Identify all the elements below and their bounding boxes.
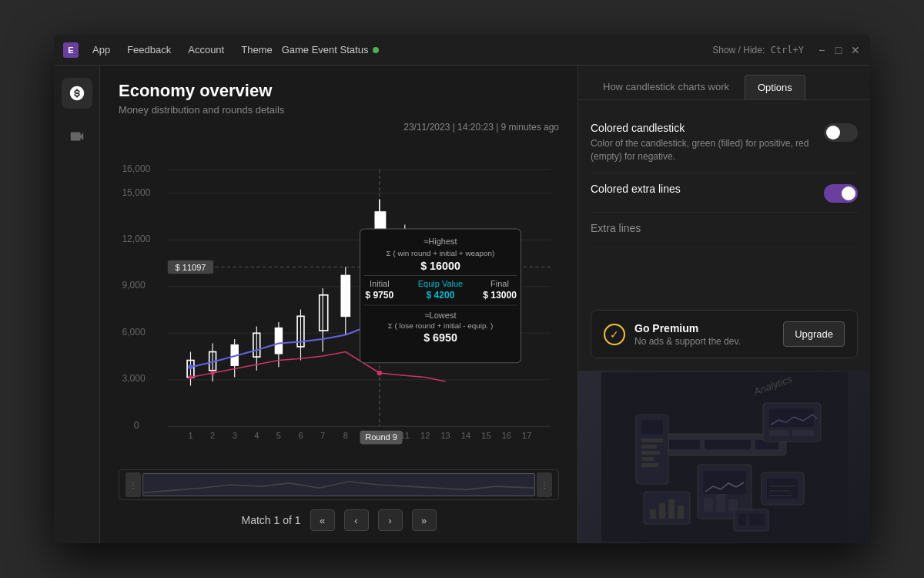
svg-rect-83 <box>705 440 751 449</box>
product-image: Analytics <box>578 371 870 543</box>
main-content: Economy overview Money distribution and … <box>54 66 870 543</box>
tab-how-it-works[interactable]: How candlestick charts work <box>591 75 742 99</box>
svg-rect-93 <box>650 509 656 519</box>
chart-subtitle: Money distribution and rounds details <box>119 104 559 116</box>
title-bar: E App Feedback Account Theme Game Event … <box>54 35 870 66</box>
right-panel: How candlestick charts work Options Colo… <box>578 66 870 543</box>
match-controls: Match 1 of 1 « ‹ › » <box>119 509 559 531</box>
menu-account[interactable]: Account <box>180 41 232 59</box>
svg-text:6,000: 6,000 <box>122 327 146 338</box>
menu-app[interactable]: App <box>85 41 118 59</box>
option-colored-candlestick-text: Colored candlestick Color of the candles… <box>591 122 815 163</box>
premium-icon: ✓ <box>604 324 625 345</box>
svg-text:3: 3 <box>233 431 237 440</box>
option-extra-lines-text: Extra lines <box>591 222 858 237</box>
svg-rect-86 <box>641 420 663 434</box>
show-hide-label: Show / Hide: Ctrl+Y <box>712 45 804 55</box>
svg-rect-94 <box>659 503 665 519</box>
svg-text:6: 6 <box>298 431 303 440</box>
svg-text:15,000: 15,000 <box>122 187 150 198</box>
app-icon: E <box>63 42 79 58</box>
menu-feedback[interactable]: Feedback <box>119 41 179 59</box>
last-match-button[interactable]: » <box>412 509 437 531</box>
menu-theme[interactable]: Theme <box>233 41 280 59</box>
svg-text:Equip Value: Equip Value <box>418 279 464 288</box>
svg-rect-112 <box>738 514 746 526</box>
svg-text:Round 9: Round 9 <box>365 432 397 442</box>
svg-text:Σ ( lose round + initial - equ: Σ ( lose round + initial - equip. ) <box>388 321 494 330</box>
svg-rect-27 <box>276 328 283 354</box>
svg-rect-95 <box>668 499 675 519</box>
svg-text:$ 13000: $ 13000 <box>483 290 517 301</box>
svg-text:13: 13 <box>440 431 450 440</box>
chart-navigator[interactable]: ⋮ ⋮ <box>119 469 559 500</box>
svg-rect-110 <box>792 430 814 436</box>
svg-rect-113 <box>749 514 765 526</box>
svg-rect-33 <box>341 276 350 317</box>
svg-text:16,000: 16,000 <box>122 163 150 174</box>
svg-text:$ 9750: $ 9750 <box>365 290 393 301</box>
svg-rect-100 <box>716 494 725 512</box>
option-extra-lines-title: Extra lines <box>591 222 858 234</box>
svg-text:16: 16 <box>502 431 511 440</box>
svg-rect-109 <box>769 430 788 436</box>
tab-options[interactable]: Options <box>745 75 805 99</box>
svg-text:Σ ( win round + initial + weap: Σ ( win round + initial + weapon) <box>387 249 495 257</box>
svg-rect-91 <box>641 463 658 467</box>
premium-banner: ✓ Go Premium No ads & support the dev. U… <box>591 310 858 358</box>
close-button[interactable]: ✕ <box>850 45 861 55</box>
svg-text:1: 1 <box>188 431 192 440</box>
prev-match-button[interactable]: ‹ <box>344 509 369 531</box>
toggle-colored-candlestick[interactable] <box>824 123 858 142</box>
chart-container[interactable]: 16,000 15,000 12,000 9,000 6,000 3,000 0 <box>119 139 559 463</box>
option-colored-extra-lines-text: Colored extra lines <box>591 183 815 198</box>
first-match-button[interactable]: « <box>310 509 335 531</box>
status-dot <box>373 47 379 53</box>
svg-text:9,000: 9,000 <box>122 280 146 291</box>
svg-rect-31 <box>320 295 328 331</box>
nav-handle-left[interactable]: ⋮ <box>126 472 141 497</box>
maximize-button[interactable]: □ <box>833 45 844 55</box>
svg-rect-88 <box>641 445 657 449</box>
svg-rect-99 <box>704 498 713 512</box>
sidebar-item-video[interactable] <box>62 121 92 152</box>
match-label: Match 1 of 1 <box>241 514 300 526</box>
svg-text:0: 0 <box>134 420 139 431</box>
nav-handle-right[interactable]: ⋮ <box>537 472 552 497</box>
svg-text:15: 15 <box>481 431 490 440</box>
svg-text:Final: Final <box>490 279 509 288</box>
svg-text:3,000: 3,000 <box>122 373 146 384</box>
svg-rect-89 <box>641 451 660 455</box>
svg-text:$ 11097: $ 11097 <box>176 263 206 272</box>
premium-title: Go Premium <box>634 322 774 334</box>
svg-text:4: 4 <box>254 431 259 440</box>
svg-point-45 <box>210 371 215 375</box>
app-window: E App Feedback Account Theme Game Event … <box>54 35 870 543</box>
chart-title: Economy overview <box>119 81 559 101</box>
svg-rect-87 <box>641 439 663 442</box>
upgrade-button[interactable]: Upgrade <box>783 321 845 347</box>
svg-point-42 <box>188 365 193 370</box>
title-bar-right: Show / Hide: Ctrl+Y − □ ✕ <box>712 45 861 55</box>
panel-tabs: How candlestick charts work Options <box>578 66 870 100</box>
svg-text:5: 5 <box>276 431 281 440</box>
svg-point-44 <box>189 375 193 380</box>
svg-text:$ 6950: $ 6950 <box>424 331 457 344</box>
window-controls: − □ ✕ <box>816 45 861 55</box>
svg-rect-98 <box>703 471 746 494</box>
svg-point-46 <box>377 371 383 376</box>
game-event-label: Game Event Status <box>282 44 369 55</box>
minimize-button[interactable]: − <box>816 45 827 55</box>
svg-text:≈Lowest: ≈Lowest <box>425 311 457 320</box>
sidebar-item-economy[interactable] <box>62 78 92 109</box>
svg-text:8: 8 <box>343 431 348 440</box>
svg-rect-82 <box>669 440 700 449</box>
toggle-colored-extra-lines[interactable] <box>824 184 858 203</box>
svg-text:$ 4200: $ 4200 <box>427 290 455 301</box>
next-match-button[interactable]: › <box>378 509 403 531</box>
menu-bar: App Feedback Account Theme Game Event St… <box>85 41 712 59</box>
svg-text:12: 12 <box>420 431 430 440</box>
svg-rect-96 <box>678 506 684 519</box>
option-colored-candlestick-desc: Color of the candlestick, green (filled)… <box>591 137 815 163</box>
premium-text: Go Premium No ads & support the dev. <box>634 322 774 347</box>
